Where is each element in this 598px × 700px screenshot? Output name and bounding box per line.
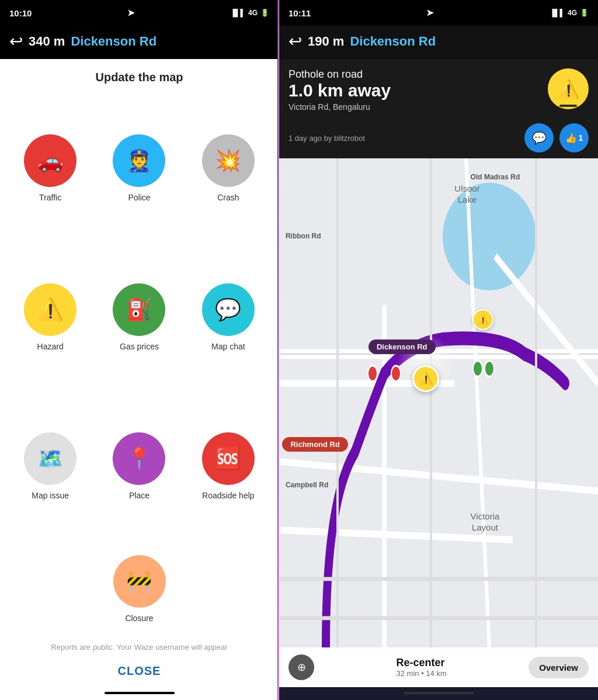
left-nav-bar: ↩ 340 m Dickenson Rd	[0, 26, 279, 59]
hazard-icon: ⚠️	[24, 283, 77, 336]
right-battery-icon: 🔋	[580, 9, 589, 17]
incident-icon: ⚠️	[548, 68, 589, 109]
ulsoor-lake-label: UlsoorLake	[454, 183, 479, 206]
campbell-rd-text: Campbell Rd	[286, 481, 328, 489]
incident-title: Pothole on road	[288, 68, 391, 81]
right-home-indicator	[404, 692, 474, 694]
incident-distance: 1.0 km away	[288, 81, 391, 100]
hazard-item[interactable]: ⚠️ Hazard	[6, 242, 95, 391]
thumbs-up-icon: 👍	[565, 133, 577, 144]
place-label: Place	[129, 491, 150, 500]
svg-point-17	[473, 361, 482, 377]
svg-point-15	[368, 366, 377, 382]
battery-icon: 🔋	[260, 9, 269, 17]
eta-info: Re-center 32 min • 14 km	[397, 657, 447, 678]
map-chat-icon: 💬	[202, 283, 255, 336]
left-status-bar: 10:10 ➤ ▐▌▌ 4G 🔋	[0, 0, 279, 26]
right-status-icons: ▐▌▌ 4G 🔋	[550, 9, 589, 17]
eta-subtitle: 32 min • 14 km	[397, 669, 447, 678]
right-signal-icon: ▐▌▌	[550, 9, 565, 17]
place-icon: 📍	[113, 432, 165, 485]
richmond-rd-label: Richmond Rd	[282, 437, 348, 452]
update-map-grid: 🚗 Traffic 👮 Police 💥 Crash ⚠️ Hazard	[0, 93, 279, 541]
crash-icon: 💥	[202, 134, 255, 187]
right-location-icon: ➤	[426, 8, 434, 18]
crash-item[interactable]: 💥 Crash	[184, 93, 273, 242]
map-background: Dickenson Rd Richmond Rd ⚠️ ⚠️ Ribbon Rd…	[279, 158, 598, 647]
ribbon-rd-text: Ribbon Rd	[286, 232, 321, 240]
roadside-help-item[interactable]: 🆘 Roadside help	[184, 392, 273, 541]
comment-icon: 💬	[532, 131, 547, 145]
map-issue-item[interactable]: 🗺️ Map issue	[6, 392, 95, 541]
map-issue-label: Map issue	[32, 491, 69, 500]
map-roads-svg	[279, 158, 598, 647]
traffic-label: Traffic	[39, 193, 61, 202]
home-indicator	[105, 692, 175, 694]
bottom-bar: ⊕ Re-center 32 min • 14 km Overview	[279, 647, 598, 687]
closure-item[interactable]: 🚧 Closure	[109, 546, 171, 632]
right-time: 10:11	[288, 8, 311, 18]
left-time: 10:10	[9, 8, 32, 18]
gas-prices-item[interactable]: ⛽ Gas prices	[95, 242, 183, 391]
dickenson-rd-label: Dickenson Rd	[368, 339, 436, 354]
close-button[interactable]: CLOSE	[0, 655, 279, 687]
old-madras-text: Old Madras Rd	[471, 173, 520, 181]
police-label: Police	[128, 193, 150, 202]
network-type: 4G	[248, 9, 258, 17]
hazard-small-icon: ⚠️	[472, 309, 493, 330]
gas-prices-label: Gas prices	[120, 342, 159, 351]
map-chat-label: Map chat	[211, 342, 245, 351]
eta-title: Re-center	[397, 657, 447, 669]
right-nav-street: Dickenson Rd	[350, 34, 436, 49]
left-status-icons: ▐▌▌ 4G 🔋	[230, 9, 269, 17]
reporter-text: 1 day ago by blitzrobot	[288, 134, 365, 143]
action-buttons: 💬 👍 1	[524, 123, 589, 153]
reports-disclaimer: Reports are public. Your Waze username w…	[0, 637, 279, 655]
incident-info: Pothole on road 1.0 km away Victoria Rd,…	[288, 68, 391, 112]
right-status-bar: 10:11 ➤ ▐▌▌ 4G 🔋	[279, 0, 598, 26]
victoria-layout-label: VictoriaLayout	[471, 511, 500, 533]
closure-label: Closure	[125, 614, 153, 623]
place-item[interactable]: 📍 Place	[95, 392, 183, 541]
roadside-help-label: Roadside help	[202, 491, 255, 500]
right-back-arrow-icon: ↩	[288, 32, 302, 51]
incident-location: Victoria Rd, Bengaluru	[288, 102, 391, 112]
comment-button[interactable]: 💬	[524, 123, 554, 153]
map-area: Dickenson Rd Richmond Rd ⚠️ ⚠️ Ribbon Rd…	[279, 158, 598, 647]
right-network-type: 4G	[568, 9, 577, 17]
left-nav-street: Dickenson Rd	[71, 34, 157, 49]
right-panel: 10:11 ➤ ▐▌▌ 4G 🔋 ↩ 190 m Dickenson Rd Po…	[279, 0, 598, 700]
pothole-icon: ⚠️	[412, 365, 439, 392]
compass-icon: ⊕	[297, 661, 306, 674]
map-issue-icon: 🗺️	[24, 432, 77, 485]
right-nav-bar: ↩ 190 m Dickenson Rd	[279, 26, 598, 59]
hazard-label: Hazard	[37, 342, 64, 351]
incident-panel: Pothole on road 1.0 km away Victoria Rd,…	[279, 59, 598, 120]
hazard-marker-small[interactable]: ⚠️	[472, 309, 493, 330]
thumbs-up-button[interactable]: 👍 1	[559, 123, 589, 153]
svg-point-16	[391, 366, 401, 382]
left-panel: 10:10 ➤ ▐▌▌ 4G 🔋 ↩ 340 m Dickenson Rd Up…	[0, 0, 279, 700]
signal-icon: ▐▌▌	[230, 9, 245, 17]
crash-label: Crash	[217, 193, 239, 202]
update-map-title: Update the map	[0, 59, 279, 93]
gas-prices-icon: ⛽	[113, 283, 165, 336]
reporter-row: 1 day ago by blitzrobot 💬 👍 1	[279, 120, 598, 158]
panel-border	[277, 0, 279, 700]
svg-point-18	[485, 361, 494, 377]
pothole-marker[interactable]: ⚠️	[412, 365, 439, 392]
left-nav-distance: 340 m	[29, 34, 65, 49]
back-arrow-icon: ↩	[9, 32, 23, 51]
overview-button[interactable]: Overview	[529, 657, 589, 678]
closure-row: 🚧 Closure	[0, 541, 279, 637]
roadside-help-icon: 🆘	[202, 432, 255, 485]
police-icon: 👮	[113, 134, 165, 187]
closure-icon: 🚧	[113, 555, 166, 608]
map-chat-item[interactable]: 💬 Map chat	[184, 242, 273, 391]
thumbs-count: 1	[579, 133, 583, 143]
right-nav-distance: 190 m	[308, 34, 344, 49]
traffic-item[interactable]: 🚗 Traffic	[6, 93, 95, 242]
traffic-icon: 🚗	[24, 134, 77, 187]
police-item[interactable]: 👮 Police	[95, 93, 183, 242]
compass-button[interactable]: ⊕	[288, 654, 314, 680]
